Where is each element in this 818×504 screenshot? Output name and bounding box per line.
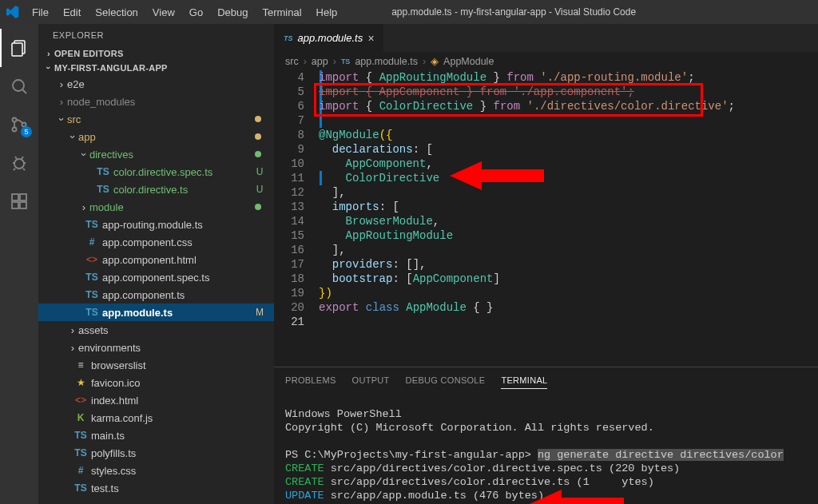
chevron-right-icon: › — [43, 49, 54, 58]
editor-tabs: TS app.module.ts × — [274, 24, 818, 52]
breadcrumb-src[interactable]: src — [285, 56, 299, 67]
close-icon[interactable]: × — [367, 32, 374, 45]
tree-file-index-html[interactable]: <>index.html — [38, 391, 274, 409]
tree-folder-environments[interactable]: ›environments — [38, 339, 274, 356]
project-header[interactable]: › MY-FIRST-ANGULAR-APP — [38, 61, 274, 75]
chevron-right-icon: › — [304, 56, 307, 67]
svg-point-2 — [13, 80, 24, 91]
chevron-right-icon: › — [67, 342, 78, 354]
window-title: app.module.ts - my-first-angular-app - V… — [343, 6, 684, 18]
karma-icon: K — [73, 412, 88, 423]
svg-rect-1 — [12, 43, 22, 56]
tree-folder-directives[interactable]: ›directives — [38, 145, 274, 163]
editor-body[interactable]: 4import { AppRoutingModule } from './app… — [274, 70, 818, 367]
star-icon: ★ — [73, 377, 88, 388]
tree-file-main-ts[interactable]: TSmain.ts — [38, 427, 274, 444]
chevron-right-icon: › — [56, 96, 67, 108]
menubar: File Edit Selection View Go Debug Termin… — [26, 3, 343, 22]
breadcrumb-class[interactable]: AppModule — [443, 56, 494, 67]
tree-file-app-spec[interactable]: TSapp.component.spec.ts — [38, 268, 274, 286]
chevron-down-icon: › — [67, 131, 79, 142]
activity-scm[interactable]: 5 — [0, 105, 38, 144]
titlebar: File Edit Selection View Go Debug Termin… — [0, 0, 818, 24]
open-editors-header[interactable]: › OPEN EDITORS — [38, 46, 274, 61]
vscode-icon — [6, 6, 19, 18]
activity-explorer[interactable] — [0, 29, 38, 67]
tree-file-app-routing[interactable]: TSapp-routing.module.ts — [38, 216, 274, 233]
tab-label: app.module.ts — [298, 32, 363, 44]
tree-folder-app[interactable]: ›app — [38, 128, 274, 145]
tree-file-color-ts[interactable]: TScolor.directive.tsU — [38, 181, 274, 198]
file-tree: ›e2e ›node_modules ›src ›app ›directives… — [38, 75, 274, 504]
menu-view[interactable]: View — [146, 3, 181, 22]
svg-rect-9 — [12, 202, 18, 208]
tree-file-app-ts[interactable]: TSapp.component.ts — [38, 286, 274, 304]
breadcrumbs[interactable]: src › app › TS app.module.ts › ◈ AppModu… — [274, 52, 818, 70]
svg-point-4 — [13, 118, 17, 122]
ts-icon: TS — [73, 447, 88, 458]
code-content[interactable]: 4import { AppRoutingModule } from './app… — [274, 70, 818, 329]
panel-tab-problems[interactable]: PROBLEMS — [285, 372, 336, 389]
tree-file-color-spec[interactable]: TScolor.directive.spec.tsU — [38, 163, 274, 181]
menu-file[interactable]: File — [26, 3, 55, 22]
activity-bar: 5 — [0, 24, 38, 504]
panel-tab-terminal[interactable]: TERMINAL — [501, 372, 547, 389]
html-icon: <> — [73, 395, 88, 406]
tree-file-styles[interactable]: #styles.css — [38, 462, 274, 479]
menu-terminal[interactable]: Terminal — [256, 3, 308, 22]
sidebar: EXPLORER › OPEN EDITORS › MY-FIRST-ANGUL… — [38, 24, 274, 504]
ts-icon: TS — [284, 34, 293, 42]
ts-icon: TS — [96, 166, 110, 177]
menu-edit[interactable]: Edit — [57, 3, 87, 22]
status-untracked: U — [253, 166, 266, 177]
tree-file-app-module[interactable]: TSapp.module.tsM — [38, 304, 274, 321]
breadcrumb-app[interactable]: app — [312, 56, 328, 67]
scm-badge: 5 — [21, 126, 32, 137]
menu-help[interactable]: Help — [310, 3, 344, 22]
tree-file-karma[interactable]: Kkarma.conf.js — [38, 409, 274, 427]
tree-file-favicon[interactable]: ★favicon.ico — [38, 374, 274, 391]
menu-selection[interactable]: Selection — [89, 3, 144, 22]
list-icon: ≡ — [73, 359, 88, 371]
terminal-output[interactable]: Windows PowerShell Copyright (C) Microso… — [274, 389, 818, 504]
tab-app-module[interactable]: TS app.module.ts × — [274, 24, 383, 52]
panel-tab-debug[interactable]: DEBUG CONSOLE — [406, 372, 486, 389]
tree-file-app-css[interactable]: #app.component.css — [38, 233, 274, 251]
breadcrumb-file[interactable]: app.module.ts — [355, 56, 418, 67]
activity-extensions[interactable] — [0, 182, 38, 220]
svg-line-3 — [22, 89, 26, 93]
tree-file-browserslist[interactable]: ≡browserslist — [38, 356, 274, 374]
svg-rect-10 — [20, 202, 26, 208]
activity-debug[interactable] — [0, 144, 38, 182]
panel-tabs: PROBLEMS OUTPUT DEBUG CONSOLE TERMINAL — [274, 367, 818, 389]
tree-folder-module[interactable]: ›module — [38, 198, 274, 216]
ts-icon: TS — [85, 272, 99, 283]
chevron-down-icon: › — [56, 113, 68, 125]
ts-icon: TS — [85, 307, 99, 318]
ts-icon: TS — [85, 219, 99, 230]
tree-file-app-html[interactable]: <>app.component.html — [38, 251, 274, 268]
chevron-right-icon: › — [78, 201, 89, 213]
tree-folder-src[interactable]: ›src — [38, 110, 274, 128]
panel-tab-output[interactable]: OUTPUT — [352, 372, 390, 389]
menu-debug[interactable]: Debug — [211, 3, 254, 22]
svg-rect-11 — [20, 194, 26, 200]
tree-folder-node-modules[interactable]: ›node_modules — [38, 93, 274, 110]
editor-area: TS app.module.ts × src › app › TS app.mo… — [274, 24, 818, 504]
status-untracked: U — [253, 184, 266, 195]
ts-icon: TS — [341, 58, 351, 65]
svg-point-5 — [13, 128, 17, 132]
status-modified: M — [253, 307, 266, 318]
activity-search[interactable] — [0, 67, 38, 105]
tree-folder-e2e[interactable]: ›e2e — [38, 75, 274, 93]
chevron-right-icon: › — [56, 78, 67, 90]
menu-go[interactable]: Go — [183, 3, 209, 22]
tree-folder-assets[interactable]: ›assets — [38, 321, 274, 339]
css-icon: # — [85, 236, 99, 248]
ts-icon: TS — [96, 184, 110, 195]
svg-point-7 — [14, 159, 24, 169]
tree-file-test[interactable]: TStest.ts — [38, 479, 274, 497]
chevron-down-icon: › — [44, 62, 54, 73]
tree-file-polyfills[interactable]: TSpolyfills.ts — [38, 444, 274, 462]
ts-icon: TS — [73, 482, 88, 494]
